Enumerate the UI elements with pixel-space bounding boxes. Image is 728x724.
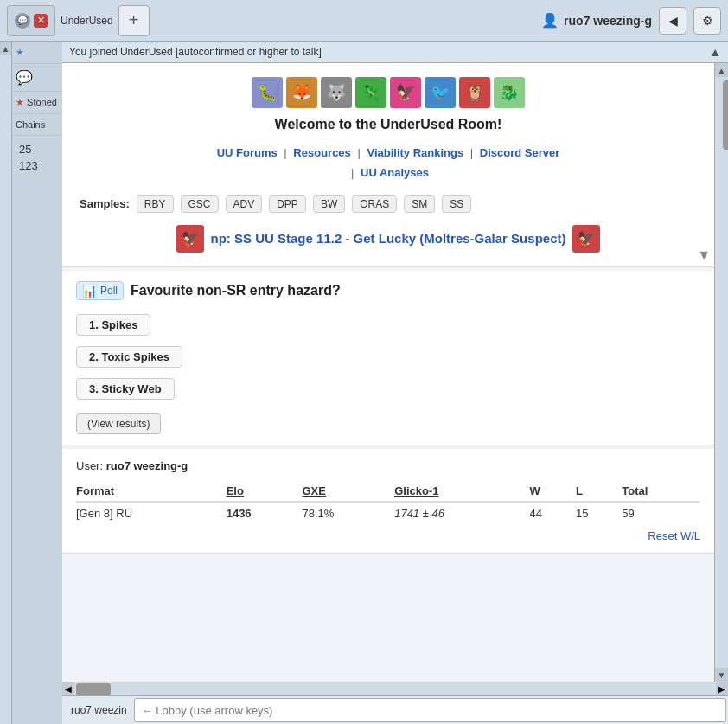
poll-badge: 📊 Poll (76, 281, 124, 300)
bottom-panel: ◀ ▶ ruo7 weezin (62, 682, 728, 724)
chat-input[interactable] (134, 698, 726, 722)
sidebar-item-emoji[interactable]: 💬 (12, 64, 62, 92)
col-w: W (530, 481, 576, 502)
sidebar-scroll-up[interactable]: ▲ (0, 42, 11, 55)
room-header-text: You joined UnderUsed [autoconfirmed or h… (69, 46, 322, 58)
sample-rby[interactable]: RBY (137, 195, 174, 213)
messages-inner: 🐛 🦊 🐺 🦎 🦅 🐦 🦉 🐉 Welcome to the UnderUsed… (62, 63, 714, 554)
col-total: Total (622, 481, 700, 502)
sidebar-num-1: 25 (16, 141, 59, 157)
stats-username: ruo7 weezing-g (106, 459, 188, 472)
view-results-button[interactable]: (View results) (76, 413, 161, 434)
bottom-scrollbar: ◀ ▶ (62, 682, 728, 695)
uu-forums-link[interactable]: UU Forums (217, 146, 278, 159)
sprite-6: 🐦 (425, 77, 456, 108)
panel-scroll-up-btn[interactable]: ▲ (715, 63, 728, 77)
sep-2: | (357, 146, 360, 159)
welcome-links: UU Forums | Resources | Viability Rankin… (80, 143, 697, 183)
col-l: L (576, 481, 622, 502)
uu-analyses-link[interactable]: UU Analyses (361, 166, 429, 179)
reset-wl-button[interactable]: Reset W/L (648, 529, 700, 542)
col-glicko: Glicko-1 (394, 481, 529, 502)
sidebar-item-1[interactable] (12, 42, 62, 64)
chat-icon: 💬 (15, 13, 30, 29)
tab-close-area: 💬 ✕ (7, 5, 55, 36)
sidebar-numbers: 25 123 (12, 136, 62, 179)
sample-ss[interactable]: SS (442, 195, 471, 213)
welcome-box: 🐛 🦊 🐺 🦎 🦅 🐦 🦉 🐉 Welcome to the UnderUsed… (62, 63, 714, 267)
sprite-1: 🐛 (252, 77, 283, 108)
sprite-2: 🦊 (286, 77, 317, 108)
messages-panel[interactable]: 🐛 🦊 🐺 🦎 🦅 🐦 🦉 🐉 Welcome to the UnderUsed… (62, 63, 714, 682)
sample-adv[interactable]: ADV (226, 195, 263, 213)
sidebar-outer: ▲ 💬 ★ Stoned Chains 25 123 (0, 42, 62, 724)
welcome-title: Welcome to the UnderUsed Room! (80, 117, 697, 132)
news-sprite-left: 🦅 (176, 225, 204, 253)
poll-option-3[interactable]: 3. Sticky Web (76, 378, 175, 400)
samples-label: Samples: (80, 197, 130, 210)
panel-scroll-down-btn[interactable]: ▼ (715, 668, 728, 682)
cell-l: 15 (576, 502, 622, 524)
poll-option-row-3: 3. Sticky Web (76, 375, 700, 403)
poll-option-row-1: 1. Spikes (76, 311, 700, 339)
col-elo: Elo (227, 481, 303, 502)
chat-input-row: ruo7 weezin (62, 695, 728, 724)
col-format: Format (76, 481, 227, 502)
username-display: ruo7 weezing-g (564, 14, 652, 28)
sep-3: | (470, 146, 473, 159)
poll-box: 📊 Poll Favourite non-SR entry hazard? 1.… (62, 271, 714, 445)
cell-glicko: 1741 ± 46 (394, 502, 529, 524)
bottom-scroll-right[interactable]: ▶ (716, 682, 728, 695)
poll-option-1[interactable]: 1. Spikes (76, 314, 150, 336)
poll-title-row: 📊 Poll Favourite non-SR entry hazard? (76, 281, 700, 300)
settings-button[interactable]: ⚙ (693, 7, 721, 35)
news-article-link[interactable]: np: SS UU Stage 11.2 - Get Lucky (Moltre… (211, 231, 566, 246)
sidebar-item-chains[interactable]: Chains (12, 114, 62, 136)
resources-link[interactable]: Resources (293, 146, 350, 159)
sidebar-content: 💬 ★ Stoned Chains 25 123 (12, 42, 62, 724)
sample-gsc[interactable]: GSC (181, 195, 219, 213)
samples-row: Samples: RBY GSC ADV DPP BW ORAS SM SS (80, 195, 697, 213)
news-sprite-right: 🦅 (572, 225, 600, 253)
back-button[interactable]: ◀ (659, 7, 686, 35)
top-bar: 💬 ✕ UnderUsed + 👤 ruo7 weezing-g ◀ ⚙ (0, 0, 728, 42)
welcome-scroll-down-btn[interactable]: ▼ (697, 247, 711, 263)
bottom-scroll-left[interactable]: ◀ (62, 682, 74, 695)
poll-option-row-2: 2. Toxic Spikes (76, 343, 700, 371)
sample-dpp[interactable]: DPP (269, 195, 306, 213)
discord-server-link[interactable]: Discord Server (480, 146, 560, 159)
sprite-4: 🦎 (355, 77, 386, 108)
col-gxe: GXE (302, 481, 394, 502)
welcome-sprites: 🐛 🦊 🐺 🦎 🦅 🐦 🦉 🐉 (80, 77, 697, 108)
sample-bw[interactable]: BW (313, 195, 345, 213)
news-link: 🦅 np: SS UU Stage 11.2 - Get Lucky (Molt… (80, 225, 697, 253)
cell-elo: 1436 (227, 502, 303, 524)
panel-scrollbar: ▲ ▼ (714, 63, 728, 682)
sep-4: | (351, 166, 354, 179)
room-header: You joined UnderUsed [autoconfirmed or h… (62, 42, 728, 63)
panel-and-scroll: 🐛 🦊 🐺 🦎 🦅 🐦 🦉 🐉 Welcome to the UnderUsed… (62, 63, 728, 682)
sidebar-item-stoned[interactable]: ★ Stoned (12, 92, 62, 114)
chat-user-label: ruo7 weezin (64, 701, 134, 720)
sample-oras[interactable]: ORAS (352, 195, 397, 213)
poll-chart-icon: 📊 (82, 284, 97, 298)
stats-table: Format Elo GXE Glicko-1 W L Total (76, 481, 700, 524)
reset-link: Reset W/L (76, 529, 700, 542)
poll-title: Favourite non-SR entry hazard? (131, 283, 341, 298)
sidebar-scrollbar: ▲ (0, 42, 12, 724)
room-header-scroll-btn[interactable]: ▲ (709, 45, 721, 59)
add-tab-button[interactable]: + (118, 5, 150, 36)
scroll-thumb (723, 80, 729, 150)
viability-rankings-link[interactable]: Viability Rankings (367, 146, 463, 159)
user-icon: 👤 (541, 12, 559, 29)
user-info: 👤 ruo7 weezing-g (541, 12, 652, 29)
sep-1: | (284, 146, 286, 159)
sprite-3: 🐺 (321, 77, 352, 108)
sprite-7: 🦉 (459, 77, 490, 108)
stats-user-label: User: ruo7 weezing-g (76, 459, 700, 472)
top-bar-right: 👤 ruo7 weezing-g ◀ ⚙ (541, 7, 721, 35)
poll-option-2[interactable]: 2. Toxic Spikes (76, 346, 182, 368)
sample-sm[interactable]: SM (404, 195, 435, 213)
center-area: ▲ 💬 ★ Stoned Chains 25 123 (0, 42, 728, 724)
close-tab-button[interactable]: ✕ (34, 14, 48, 28)
